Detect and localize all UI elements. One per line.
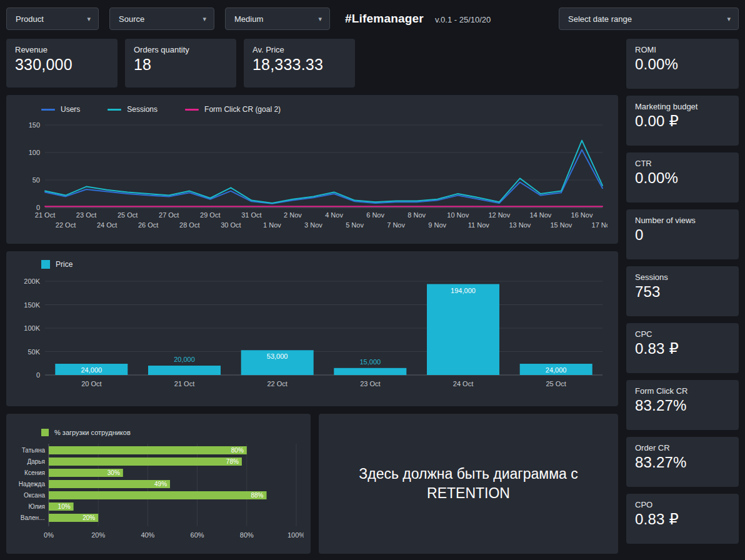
date-range-dropdown[interactable]: Select date range ▾ [559,8,739,30]
svg-text:14 Nov: 14 Nov [529,211,551,219]
card-label: CPO [635,500,730,509]
svg-text:49%: 49% [154,481,167,488]
card-value: 83.27% [635,454,730,471]
card-label: ROMI [635,45,730,54]
svg-text:27 Oct: 27 Oct [159,211,179,219]
card-label: Order CR [635,443,730,452]
svg-text:4 Nov: 4 Nov [325,211,343,219]
kpi-row: Revenue330,000Orders quantity18Av. Price… [6,39,618,88]
svg-text:26 Oct: 26 Oct [138,221,158,229]
traffic-line-chart: 05010015021 Oct22 Oct23 Oct24 Oct25 Oct2… [16,120,608,232]
metric-card-cpc: CPC0.83 ₽ [626,323,739,373]
metric-card-number-of-views: Number of views0 [626,209,739,259]
svg-text:2 Nov: 2 Nov [284,211,302,219]
product-filter-label: Product [16,14,44,24]
price-chart-mount: 050K100K150K200K24,00020 Oct20,00021 Oct… [16,276,608,396]
svg-text:50: 50 [32,176,40,184]
price-bar-chart: 050K100K150K200K24,00020 Oct20,00021 Oct… [16,276,608,394]
kpi-card-av-price: Av. Price18,333.33 [244,39,355,88]
svg-text:194,000: 194,000 [451,287,476,294]
traffic-chart-mount: 05010015021 Oct22 Oct23 Oct24 Oct25 Oct2… [16,120,608,235]
svg-text:80%: 80% [231,447,244,454]
metric-card-order-cr: Order CR83.27% [626,437,739,487]
title-group: #Lifemanager v.0.1 - 25/10/20 [345,12,491,26]
product-filter-dropdown[interactable]: Product ▾ [6,8,99,30]
kpi-card-revenue: Revenue330,000 [6,39,118,88]
svg-text:20%: 20% [91,531,105,539]
svg-text:10%: 10% [58,503,71,510]
svg-text:20%: 20% [82,514,95,521]
svg-text:Юлия: Юлия [29,503,46,510]
chevron-down-icon: ▾ [202,15,206,23]
staff-bar-дарья [49,458,242,466]
price-legend: Price [41,260,608,269]
date-range-label: Select date range [568,14,632,24]
price-bar-24-oct [427,284,499,376]
traffic-chart-panel: UsersSessionsForm Click CR (goal 2) 0501… [6,95,618,244]
staff-load-chart-panel: % загрузки сотрудников 0%20%40%60%80%100… [6,414,311,554]
chevron-down-icon: ▾ [87,15,91,23]
metric-card-cpo: CPO0.83 ₽ [626,494,739,544]
svg-text:13 Nov: 13 Nov [509,221,531,229]
series-users [45,150,602,204]
metric-card-form-click-cr: Form Click CR83.27% [626,380,739,430]
topbar: Product ▾ Source ▾ Medium ▾ #Lifemanager… [6,6,739,31]
svg-text:21 Oct: 21 Oct [174,380,194,388]
svg-text:24 Oct: 24 Oct [453,380,473,388]
chevron-down-icon: ▾ [727,15,731,23]
metric-card-ctr: CTR0.00% [626,152,739,202]
staff-load-legend: % загрузки сотрудников [41,429,304,436]
svg-text:60%: 60% [191,531,204,539]
card-label: Av. Price [252,45,346,54]
app-title: #Lifemanager [345,12,424,26]
legend-item-users: Users [41,105,80,114]
svg-text:8 Nov: 8 Nov [408,211,426,219]
metrics-column: ROMI0.00%Marketing budget0.00 ₽CTR0.00%N… [626,39,739,554]
source-filter-dropdown[interactable]: Source ▾ [109,8,214,30]
svg-text:5 Nov: 5 Nov [346,221,364,229]
legend-swatch [185,109,199,111]
svg-text:150: 150 [29,121,40,129]
svg-text:0: 0 [36,371,40,379]
legend-label: Form Click CR (goal 2) [204,105,281,114]
svg-text:15,000: 15,000 [360,358,381,366]
legend-label: Users [61,105,80,114]
medium-filter-label: Medium [234,14,263,24]
x-axis: 21 Oct22 Oct23 Oct24 Oct25 Oct26 Oct27 O… [35,211,608,229]
svg-text:29 Oct: 29 Oct [200,211,220,219]
card-value: 753 [635,283,730,301]
metric-card-sessions: Sessions753 [626,266,739,316]
svg-text:Ксения: Ксения [24,469,45,476]
card-label: CTR [635,159,730,168]
svg-text:Татьяна: Татьяна [22,447,46,454]
card-label: CPC [635,329,730,339]
legend-label: Price [56,260,72,269]
card-value: 330,000 [15,56,109,74]
retention-placeholder-panel: Здесь должна быть диаграмма с RETENTION [319,414,618,554]
svg-text:22 Oct: 22 Oct [56,221,76,229]
svg-text:150K: 150K [24,301,40,309]
card-value: 0.00 ₽ [635,112,730,130]
svg-text:23 Oct: 23 Oct [76,211,96,219]
svg-text:25 Oct: 25 Oct [546,380,566,388]
svg-text:31 Oct: 31 Oct [241,211,261,219]
svg-text:78%: 78% [226,458,239,465]
staff-load-bar-chart: 0%20%40%60%80%100%Татьяна80%Дарья78%Ксен… [12,441,304,545]
svg-text:30%: 30% [108,469,120,476]
legend-item-%-загрузки-сотрудников: % загрузки сотрудников [41,429,131,436]
svg-text:1 Nov: 1 Nov [263,221,281,229]
card-label: Marketing budget [635,102,730,111]
main-column: Revenue330,000Orders quantity18Av. Price… [6,39,618,554]
svg-text:17 Nov: 17 Nov [592,221,608,229]
card-value: 18,333.33 [252,56,346,74]
traffic-legend: UsersSessionsForm Click CR (goal 2) [41,105,608,114]
legend-item-form-click-cr-goal-2: Form Click CR (goal 2) [185,105,281,114]
svg-text:3 Nov: 3 Nov [304,221,322,229]
metric-card-romi: ROMI0.00% [626,39,739,89]
staff-bar-надежда [49,480,170,488]
medium-filter-dropdown[interactable]: Medium ▾ [225,8,330,30]
svg-text:9 Nov: 9 Nov [428,221,446,229]
card-label: Number of views [635,216,730,225]
card-value: 0 [635,226,730,244]
svg-text:88%: 88% [251,492,263,499]
